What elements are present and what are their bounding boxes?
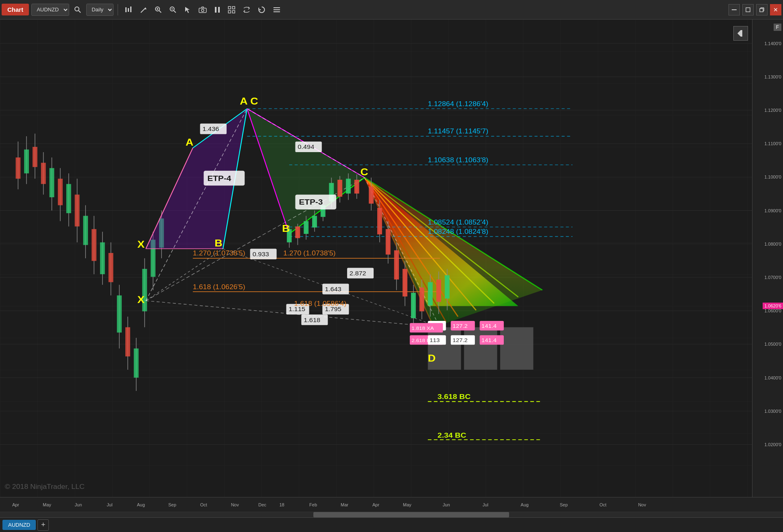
level-10824: 1.08248 (1.0824'8) <box>428 228 488 235</box>
grid-button[interactable] <box>225 4 238 15</box>
ratio-0494: 0.494 <box>297 144 314 150</box>
price-1200: 1.1200'0 <box>764 108 781 113</box>
draw-tool-button[interactable] <box>138 4 150 15</box>
rewind-button[interactable] <box>733 26 748 41</box>
chart-label[interactable]: Chart <box>2 4 29 15</box>
price-0500: 1.0500'0 <box>764 342 781 347</box>
restore-button[interactable] <box>742 4 754 15</box>
close-button[interactable]: ✕ <box>770 4 781 15</box>
chart-svg: A A C B B C X X D ETP-4 ETP <box>0 20 752 497</box>
app: Chart AUDNZD Daily <box>0 0 783 532</box>
svg-rect-58 <box>41 163 46 184</box>
tab-bar: AUDNZD + <box>0 517 783 532</box>
svg-line-1 <box>79 11 81 13</box>
time-apr-2: Apr <box>372 502 379 507</box>
orange-1618-1: 1.618 (1.0626'5) <box>193 283 245 291</box>
point-b-left: B <box>214 238 222 249</box>
svg-marker-34 <box>737 30 741 37</box>
price-1000: 1.1000'0 <box>764 174 781 179</box>
svg-rect-126 <box>402 269 407 297</box>
scrollbar-thumb[interactable] <box>313 512 509 517</box>
svg-rect-102 <box>295 227 300 238</box>
ratio-1643: 1.643 <box>325 286 341 292</box>
svg-rect-35 <box>741 30 742 37</box>
chart-container[interactable]: A A C B B C X X D ETP-4 ETP <box>0 20 752 497</box>
svg-line-12 <box>174 11 176 13</box>
svg-rect-29 <box>760 9 763 12</box>
bc-234: 2.34 BC <box>437 432 466 439</box>
level-10638: 1.10638 (1.1063'8) <box>428 157 488 164</box>
d-141-1: 141.4 <box>481 323 496 329</box>
zoom-out-button[interactable] <box>167 4 179 15</box>
price-1300: 1.1300'0 <box>764 74 781 79</box>
current-price-label: 1.0620'6 <box>763 303 783 309</box>
level-10852: 1.08524 (1.0852'4) <box>428 218 488 226</box>
svg-rect-80 <box>134 349 139 378</box>
svg-rect-22 <box>232 11 235 13</box>
svg-rect-112 <box>337 180 342 197</box>
price-0900: 1.0900'0 <box>764 208 781 213</box>
time-sep-2: Sep <box>560 502 568 507</box>
active-tab[interactable]: AUDNZD <box>2 520 36 530</box>
pointer-button[interactable] <box>182 4 194 15</box>
etp4-label: ETP-4 <box>207 174 231 183</box>
search-button[interactable] <box>72 4 84 15</box>
menu-button[interactable] <box>270 5 283 15</box>
svg-rect-104 <box>304 221 308 234</box>
svg-rect-18 <box>218 7 220 13</box>
copyright-text: © 2018 NinjaTrader, LLC <box>5 483 85 491</box>
maximize-button[interactable] <box>756 4 768 15</box>
svg-rect-56 <box>33 147 37 167</box>
price-1100: 1.1100'0 <box>764 141 781 146</box>
level-12864: 1.12864 (1.1286'4) <box>428 100 488 108</box>
svg-rect-106 <box>312 216 317 228</box>
price-0800: 1.0800'0 <box>764 242 781 246</box>
etp3-label: ETP-3 <box>299 198 323 206</box>
time-sep-1: Sep <box>168 502 176 507</box>
svg-point-16 <box>201 9 204 11</box>
camera-button[interactable] <box>196 5 209 15</box>
svg-rect-136 <box>445 275 450 299</box>
symbol-selector[interactable]: AUDNZD <box>31 4 69 16</box>
bc-3618: 3.618 BC <box>437 393 470 401</box>
price-1400: 1.1400'0 <box>764 41 781 46</box>
svg-rect-74 <box>109 253 114 282</box>
pause-button[interactable] <box>212 4 223 15</box>
d-127-2: 127.2 <box>453 337 468 343</box>
timeframe-selector[interactable]: Daily <box>86 4 114 16</box>
sync-button[interactable] <box>240 4 253 15</box>
svg-rect-62 <box>58 179 63 205</box>
svg-rect-124 <box>394 250 399 279</box>
point-x-upper: X <box>138 239 145 249</box>
svg-rect-60 <box>49 168 54 197</box>
svg-rect-122 <box>386 229 391 255</box>
zoom-in-button[interactable] <box>152 4 164 15</box>
time-dec: Dec <box>258 502 267 507</box>
time-may: May <box>43 502 51 507</box>
svg-rect-128 <box>411 293 416 318</box>
svg-rect-76 <box>117 295 122 332</box>
minimize-button[interactable] <box>728 4 740 15</box>
d-1818xa: 1.818 XA <box>411 326 434 331</box>
svg-rect-132 <box>428 282 433 305</box>
svg-line-8 <box>159 11 161 13</box>
time-18: 18 <box>280 502 284 507</box>
ratio-1436: 1.436 <box>203 126 219 132</box>
refresh-button[interactable] <box>256 4 268 15</box>
price-0700: 1.0700'0 <box>764 275 781 280</box>
toolbar: Chart AUDNZD Daily <box>0 0 783 20</box>
time-nov-2: Nov <box>638 502 646 507</box>
svg-line-5 <box>141 8 146 13</box>
bar-type-button[interactable] <box>122 4 135 15</box>
svg-rect-17 <box>215 7 217 13</box>
add-tab-button[interactable]: + <box>37 519 49 531</box>
point-x-lower: X <box>138 294 145 305</box>
f-label[interactable]: F <box>774 24 781 31</box>
svg-rect-130 <box>420 288 424 312</box>
svg-rect-21 <box>228 11 231 13</box>
svg-rect-64 <box>66 184 71 213</box>
time-axis: Apr May Jun Jul Aug Sep Oct Nov Dec 18 F… <box>0 497 783 512</box>
scrollbar-area[interactable] <box>0 512 783 517</box>
svg-rect-4 <box>130 7 131 12</box>
time-jul-1: Jul <box>107 502 112 507</box>
